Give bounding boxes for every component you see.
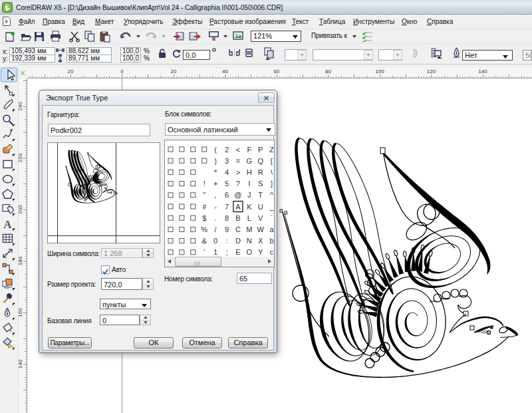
svg-text:_: _: [269, 203, 274, 211]
svg-text:H: H: [247, 168, 252, 176]
svg-text:$: $: [202, 214, 206, 222]
svg-text:W: W: [257, 225, 265, 233]
svg-text:80: 80: [325, 69, 331, 74]
svg-text:I: I: [248, 180, 250, 188]
svg-text:O: O: [247, 248, 253, 256]
svg-text:(: (: [214, 146, 217, 154]
svg-text:B: B: [235, 214, 240, 222]
svg-text:20: 20: [171, 69, 177, 74]
svg-text:a: a: [270, 225, 274, 233]
svg-text:%: %: [201, 225, 207, 233]
svg-text:100: 100: [375, 69, 384, 74]
svg-text:60: 60: [274, 69, 280, 74]
svg-text:140: 140: [478, 69, 487, 74]
svg-text:4: 4: [225, 168, 229, 176]
svg-text:.: .: [215, 214, 217, 222]
svg-text:J: J: [247, 191, 251, 199]
svg-text:0: 0: [120, 69, 124, 74]
svg-text:5: 5: [225, 180, 229, 188]
svg-text:F: F: [247, 146, 251, 154]
svg-text:-: -: [214, 203, 217, 211]
svg-text:G: G: [247, 157, 253, 165]
svg-text:M: M: [246, 225, 252, 233]
svg-text:@: @: [234, 191, 241, 199]
svg-text:P: P: [258, 146, 263, 154]
svg-text:Z: Z: [269, 146, 274, 154]
svg-text:2: 2: [225, 146, 229, 154]
svg-text:b: b: [270, 237, 274, 245]
svg-text:": ": [203, 191, 205, 199]
svg-text:D: D: [235, 237, 241, 245]
svg-text:V: V: [258, 214, 263, 222]
svg-text:X: X: [258, 237, 263, 245]
svg-text:&: &: [202, 237, 207, 245]
svg-text:/: /: [215, 225, 217, 233]
svg-text:6: 6: [225, 191, 229, 199]
svg-text:8: 8: [225, 214, 229, 222]
svg-text:120: 120: [427, 69, 436, 74]
svg-text:,: ,: [215, 191, 217, 199]
svg-text:C: C: [235, 225, 241, 233]
svg-text:U: U: [258, 203, 263, 211]
svg-text:^: ^: [270, 191, 274, 199]
svg-text:+: +: [213, 180, 217, 188]
svg-text:E: E: [235, 248, 240, 256]
svg-text:;: ;: [225, 248, 227, 256]
svg-text:`: `: [271, 214, 273, 222]
svg-text:\: \: [271, 168, 273, 176]
svg-text:?: ?: [236, 180, 240, 188]
svg-text:[: [: [271, 157, 273, 165]
svg-text::: :: [225, 237, 227, 245]
svg-text:]: ]: [271, 180, 273, 188]
svg-text:>: >: [236, 168, 240, 176]
svg-text:0: 0: [213, 237, 217, 245]
svg-text:3: 3: [225, 157, 229, 165]
svg-text:A: A: [235, 203, 241, 211]
svg-text:): ): [214, 157, 217, 165]
svg-text:S: S: [258, 180, 263, 188]
svg-text:=: =: [236, 157, 240, 165]
svg-text:K: K: [247, 203, 252, 211]
svg-text:*: *: [214, 168, 217, 176]
svg-text:<: <: [236, 146, 240, 154]
svg-text:!: !: [203, 180, 205, 188]
svg-text:1: 1: [213, 248, 217, 256]
svg-text:T: T: [258, 191, 263, 199]
svg-text:Y: Y: [258, 248, 263, 256]
svg-text:c: c: [270, 248, 274, 256]
svg-text:': ': [203, 248, 205, 256]
svg-text:N: N: [247, 237, 252, 245]
svg-text:A: A: [3, 218, 12, 231]
svg-text:Q: Q: [257, 157, 263, 165]
svg-text:7: 7: [225, 203, 229, 211]
svg-text:20: 20: [68, 69, 74, 74]
svg-text:9: 9: [225, 225, 229, 233]
svg-text:L: L: [247, 214, 251, 222]
svg-text:40: 40: [222, 69, 228, 74]
svg-text:#: #: [202, 203, 207, 211]
svg-text:R: R: [258, 168, 263, 176]
